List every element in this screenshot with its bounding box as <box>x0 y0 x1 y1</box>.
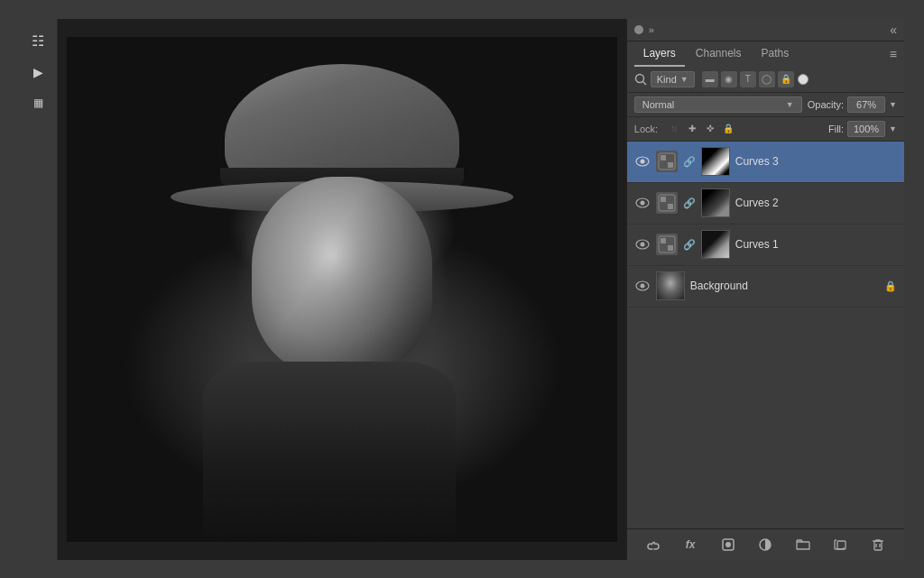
filter-adjustment-icon[interactable]: ◉ <box>721 71 737 87</box>
opacity-chevron[interactable]: ▼ <box>889 100 897 109</box>
svg-point-13 <box>640 243 644 247</box>
fill-control: Fill: 100% ▼ <box>828 121 897 137</box>
panel-top-bar: » « <box>627 19 904 41</box>
lock-label: Lock: <box>634 124 658 134</box>
svg-point-20 <box>725 542 731 547</box>
right-panel: » « Layers Channels Paths ≡ Kind ▼ <box>626 19 904 560</box>
layer-row-curves3[interactable]: 🔗 Curves 3 <box>627 142 904 183</box>
chain-curves3: 🔗 <box>683 156 696 168</box>
canvas-area <box>58 19 626 560</box>
type-icon-curves2 <box>656 192 678 214</box>
svg-point-18 <box>640 284 644 289</box>
search-icon <box>634 73 647 86</box>
blend-mode-select[interactable]: Normal ▼ <box>634 96 802 113</box>
svg-rect-16 <box>668 245 673 251</box>
layer-name-background: Background <box>690 280 879 292</box>
tool-play[interactable]: ▶ <box>24 59 51 86</box>
layer-name-curves3: Curves 3 <box>735 155 897 168</box>
fill-chevron[interactable]: ▼ <box>889 124 897 133</box>
type-icon-curves3 <box>656 151 678 172</box>
chain-curves1: 🔗 <box>683 239 696 251</box>
visibility-curves2[interactable] <box>634 195 651 211</box>
layers-list: 🔗 Curves 3 🔗 <box>627 142 904 528</box>
photo-canvas <box>67 37 617 542</box>
svg-rect-11 <box>668 204 673 209</box>
panel-close-button[interactable] <box>634 25 643 34</box>
tab-channels[interactable]: Channels <box>687 41 751 67</box>
layer-row-curves2[interactable]: 🔗 Curves 2 <box>627 183 904 225</box>
delete-layer-button[interactable] <box>868 535 888 555</box>
lock-image-pixels[interactable]: ✚ <box>685 122 699 136</box>
duplicate-layer-button[interactable] <box>831 535 851 555</box>
visibility-curves1[interactable] <box>634 236 651 252</box>
layer-styles-button[interactable]: fx <box>680 535 700 555</box>
filter-shape-icon[interactable]: ◯ <box>759 71 775 87</box>
filter-pixel-icon[interactable]: ▬ <box>702 71 718 87</box>
thumb-curves2 <box>701 188 730 217</box>
add-adjustment-button[interactable] <box>755 535 775 555</box>
add-mask-button[interactable] <box>718 535 738 555</box>
svg-line-1 <box>642 81 646 85</box>
group-layers-button[interactable] <box>793 535 813 555</box>
svg-rect-15 <box>661 238 666 243</box>
layers-panel: » « Layers Channels Paths ≡ Kind ▼ <box>627 19 904 560</box>
face-shadow <box>252 177 432 375</box>
layer-name-curves1: Curves 1 <box>735 238 897 251</box>
type-icon-curves1 <box>656 234 678 255</box>
svg-point-3 <box>640 160 644 164</box>
opacity-label: Opacity: <box>808 99 844 110</box>
panel-menu-button[interactable]: « <box>890 23 897 37</box>
fill-label: Fill: <box>828 124 844 134</box>
workspace: ☷ ▶ ▦ <box>20 19 904 560</box>
tab-layers[interactable]: Layers <box>634 41 685 67</box>
svg-rect-23 <box>874 541 882 550</box>
thumb-curves1 <box>701 230 730 259</box>
filter-toggle-dot[interactable] <box>798 74 808 85</box>
svg-rect-10 <box>661 197 666 202</box>
filter-smart-icon[interactable]: 🔒 <box>778 71 794 87</box>
tool-layers[interactable]: ☷ <box>24 28 51 55</box>
layer-row-curves1[interactable]: 🔗 Curves 1 <box>627 225 904 266</box>
panel-footer: fx <box>627 528 904 560</box>
panel-controls-left: » <box>634 24 654 35</box>
blend-mode-row: Normal ▼ Opacity: 67% ▼ <box>627 93 904 117</box>
lock-transparent-pixels[interactable]: ◾ <box>667 122 681 136</box>
tab-paths[interactable]: Paths <box>753 41 799 67</box>
chain-curves2: 🔗 <box>683 197 696 209</box>
tabs-row: Layers Channels Paths ≡ <box>627 41 904 67</box>
layer-name-curves2: Curves 2 <box>735 197 897 209</box>
fill-value[interactable]: 100% <box>847 121 885 137</box>
lock-all[interactable]: 🔒 <box>721 122 735 136</box>
panel-expand-button[interactable]: » <box>649 24 654 35</box>
thumb-curves3 <box>701 147 730 176</box>
svg-rect-22 <box>837 541 845 549</box>
filter-type-icon[interactable]: T <box>740 71 756 87</box>
panel-options-button[interactable]: ≡ <box>890 47 897 61</box>
left-toolbar: ☷ ▶ ▦ <box>20 19 58 560</box>
svg-point-0 <box>635 74 643 82</box>
tool-adjust[interactable]: ▦ <box>24 89 51 116</box>
opacity-value[interactable]: 67% <box>847 96 885 113</box>
opacity-control: Opacity: 67% ▼ <box>808 96 897 113</box>
lock-position[interactable]: ✜ <box>703 122 717 136</box>
visibility-background[interactable] <box>634 278 651 294</box>
lock-row: Lock: ◾ ✚ ✜ 🔒 Fill: 100% ▼ <box>627 117 904 142</box>
lock-icons-group: ◾ ✚ ✜ 🔒 <box>667 122 735 136</box>
body <box>203 362 456 542</box>
svg-rect-6 <box>668 162 673 168</box>
face <box>252 177 432 375</box>
layer-row-background[interactable]: Background 🔒 <box>627 266 904 307</box>
filter-icons-group: ▬ ◉ T ◯ 🔒 <box>702 71 794 87</box>
filter-row: Kind ▼ ▬ ◉ T ◯ 🔒 <box>627 67 904 93</box>
visibility-curves3[interactable] <box>634 153 651 170</box>
svg-rect-5 <box>661 155 666 161</box>
svg-point-8 <box>640 201 644 206</box>
thumb-background <box>656 271 685 300</box>
link-layers-button[interactable] <box>643 535 663 555</box>
filter-kind-select[interactable]: Kind ▼ <box>651 71 695 87</box>
background-lock-icon: 🔒 <box>884 280 897 292</box>
